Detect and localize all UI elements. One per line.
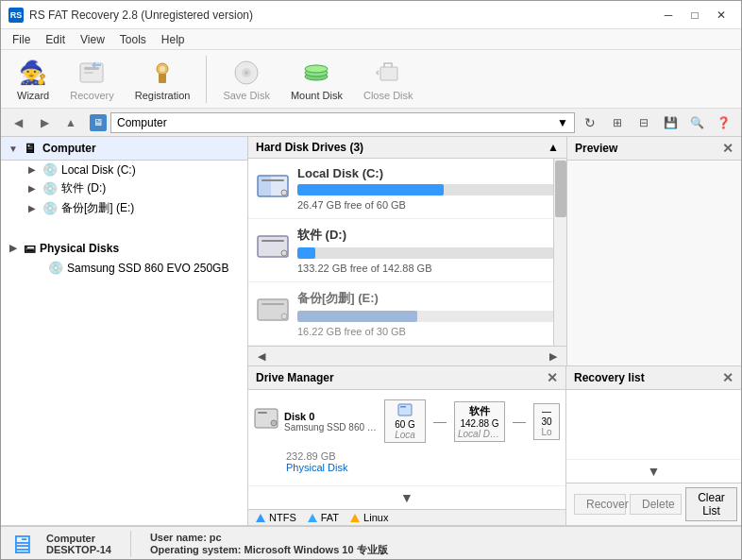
svg-rect-4 (159, 74, 166, 83)
preview-panel: Preview ✕ (566, 137, 741, 365)
hdd-next-arrow[interactable]: ▶ (544, 348, 563, 364)
samsung-ssd-icon: 💿 (48, 261, 63, 275)
partition-sep-0: — (433, 414, 447, 429)
hdd-panel: Hard Disk Drives (3) ▲ (248, 137, 566, 365)
hdd-title: Hard Disk Drives (3) (256, 141, 363, 154)
clear-list-button[interactable]: Clear List (685, 487, 737, 521)
recovery-button[interactable]: Recovery (61, 53, 122, 106)
hdd-content[interactable]: Local Disk (C:) 26.47 GB free of 60 GB (248, 159, 566, 346)
close-disk-button[interactable]: Close Disk (355, 53, 422, 106)
partition-1[interactable]: 软件 142.88 G Local Disk (454, 401, 505, 442)
software-d-label: 软件 (D:) (61, 180, 106, 196)
hdd-c-info: Local Disk (C:) 26.47 GB free of 60 GB (297, 166, 559, 211)
computer-toggle[interactable]: ▼ (7, 142, 20, 155)
partition-2-icon: — (537, 406, 556, 416)
minimize-button[interactable]: ─ (656, 5, 681, 25)
tree-item-local-c[interactable]: ▶ 💿 Local Disk (C:) (1, 161, 247, 178)
toolbar: 🧙 Wizard Recovery Registration (1, 50, 741, 109)
computer-folder-icon: 🖥 (24, 141, 39, 156)
close-button[interactable]: ✕ (709, 5, 734, 25)
combo-arrow: ▼ (557, 116, 568, 129)
status-computer-icon: 🖥 (8, 529, 35, 560)
tree-item-samsung-ssd[interactable]: 💿 Samsung SSD 860 EVO 250GB (1, 259, 247, 277)
backup-e-toggle[interactable]: ▶ (25, 202, 39, 215)
preview-close-button[interactable]: ✕ (722, 141, 734, 156)
tree-computer-header[interactable]: ▼ 🖥 Computer (1, 137, 247, 161)
menu-help[interactable]: Help (154, 31, 193, 48)
hdd-scrollbar-thumb[interactable] (555, 161, 566, 217)
local-c-toggle[interactable]: ▶ (25, 163, 39, 177)
hdd-item-e[interactable]: 备份[勿删] (E:) 16.22 GB free of 30 GB (248, 282, 566, 346)
mount-disk-button[interactable]: Mount Disk (282, 53, 351, 106)
view-details-button[interactable]: ⊞ (605, 112, 630, 133)
hdd-item-d[interactable]: 软件 (D:) 133.22 GB free of 142.88 GB (248, 219, 566, 282)
toolbar-sep-1 (206, 56, 207, 103)
status-user-info: User name: pc Operating system: Microsof… (150, 532, 388, 557)
drive-manager-area: Drive Manager ✕ Disk 0 (248, 365, 741, 525)
svg-rect-12 (380, 67, 397, 80)
drive-manager-close-button[interactable]: ✕ (547, 370, 558, 385)
recover-button[interactable]: Recover (574, 494, 626, 515)
partition-2[interactable]: — 30 Lo (533, 403, 560, 440)
legend-linux: Linux (350, 512, 388, 523)
hdd-d-name: 软件 (D:) (297, 227, 559, 244)
status-name: Computer (46, 533, 95, 544)
address-value: Computer (117, 116, 167, 129)
hdd-e-name: 备份[勿删] (E:) (297, 290, 559, 307)
save-disk-button[interactable]: Save Disk (214, 53, 278, 106)
tree-physical-header[interactable]: ▶ 🖴 Physical Disks (1, 237, 247, 259)
svg-point-19 (281, 250, 287, 256)
hdd-scrollbar[interactable] (553, 159, 566, 346)
local-c-label: Local Disk (C:) (61, 163, 136, 177)
search-button[interactable]: 🔍 (684, 112, 709, 133)
delete-button[interactable]: Delete (630, 494, 682, 515)
fat-triangle-icon (308, 514, 317, 522)
forward-button[interactable]: ▶ (33, 112, 56, 133)
drive-manager-panel: Drive Manager ✕ Disk 0 (248, 366, 566, 525)
tree-item-software-d[interactable]: ▶ 💿 软件 (D:) (1, 178, 247, 198)
recovery-label: Recovery (70, 90, 113, 101)
address-combo[interactable]: Computer ▼ (110, 112, 575, 133)
tree-divider (1, 218, 247, 237)
menu-view[interactable]: View (73, 31, 112, 48)
hdd-nav-arrows: ◀ ▶ (248, 346, 566, 365)
menu-tools[interactable]: Tools (112, 31, 154, 48)
svg-rect-27 (400, 406, 406, 408)
svg-rect-2 (84, 72, 93, 74)
hdd-d-info: 软件 (D:) 133.22 GB free of 142.88 GB (297, 227, 559, 274)
tree-item-backup-e[interactable]: ▶ 💿 备份[勿删] (E:) (1, 198, 247, 218)
maximize-button[interactable]: □ (683, 5, 707, 25)
hdd-item-c[interactable]: Local Disk (C:) 26.47 GB free of 60 GB (248, 159, 566, 219)
status-info: Computer DESKTOP-14 (46, 533, 111, 555)
menu-file[interactable]: File (5, 31, 38, 48)
partition-0[interactable]: 60 G Loca (384, 399, 426, 443)
registration-button[interactable]: Registration (126, 53, 199, 106)
status-os-line: Operating system: Microsoft Windows 10 专… (150, 543, 388, 557)
help-button[interactable]: ❓ (711, 112, 735, 133)
back-button[interactable]: ◀ (7, 112, 29, 133)
hdd-c-progress (297, 184, 559, 195)
refresh-button[interactable]: ↻ (579, 112, 601, 133)
hdd-collapse-icon[interactable]: ▲ (548, 141, 559, 154)
app-icon: RS (8, 8, 24, 23)
preview-title: Preview (575, 142, 617, 155)
svg-point-22 (281, 314, 287, 319)
right-panel: Hard Disk Drives (3) ▲ (248, 137, 741, 525)
svg-rect-21 (261, 303, 284, 305)
disk-0-name: Disk 0 (284, 411, 379, 422)
svg-rect-15 (261, 179, 284, 181)
wizard-button[interactable]: 🧙 Wizard (8, 53, 58, 106)
status-os-label: Operating system: (150, 544, 242, 555)
save-button[interactable]: 💾 (658, 112, 683, 133)
partition-1-name: Local Disk (458, 429, 501, 439)
software-d-toggle[interactable]: ▶ (25, 182, 39, 195)
hdd-prev-arrow[interactable]: ◀ (252, 348, 271, 364)
hdd-e-fill (297, 311, 417, 322)
view-list-button[interactable]: ⊟ (632, 112, 656, 133)
drive-manager-down-arrow[interactable]: ▼ (400, 490, 413, 505)
recovery-list-close-button[interactable]: ✕ (722, 370, 734, 385)
up-button[interactable]: ▲ (59, 112, 82, 133)
menu-edit[interactable]: Edit (38, 31, 73, 48)
recovery-list-down-arrow[interactable]: ▼ (648, 464, 661, 479)
physical-toggle[interactable]: ▶ (7, 242, 20, 255)
